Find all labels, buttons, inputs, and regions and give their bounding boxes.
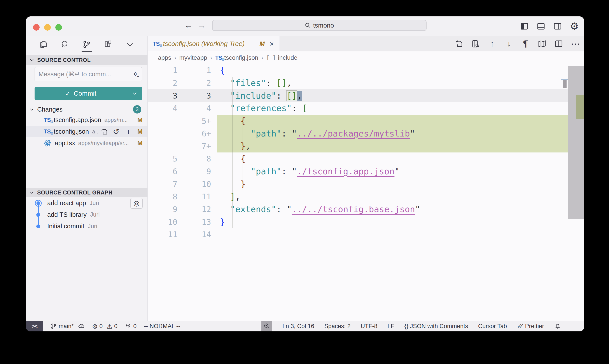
formatter-name: Prettier bbox=[525, 323, 544, 329]
encoding-indicator[interactable]: UTF-8 bbox=[361, 323, 377, 330]
breadcrumb-item[interactable]: myviteapp bbox=[179, 54, 207, 61]
discard-changes-icon[interactable]: ↺ bbox=[113, 127, 119, 136]
toggle-panel-icon[interactable] bbox=[536, 21, 546, 31]
warning-count: 0 bbox=[114, 323, 117, 330]
code-line-current[interactable]: 33 "include": [], bbox=[148, 89, 568, 102]
settings-gear-icon[interactable]: ⚙ bbox=[570, 21, 579, 31]
minimize-window-button[interactable] bbox=[44, 24, 51, 31]
maximize-window-button[interactable] bbox=[55, 24, 62, 31]
close-tab-icon[interactable]: × bbox=[268, 39, 275, 48]
sync-cloud-icon bbox=[78, 323, 85, 330]
tab-title: tsconfig.json (Working Tree) bbox=[163, 40, 256, 48]
file-name: tsconfig.json bbox=[54, 128, 89, 135]
code-line[interactable]: 44 "references": [ bbox=[148, 102, 568, 115]
ports-indicator[interactable]: 0 bbox=[125, 323, 137, 330]
remote-indicator[interactable]: >< bbox=[26, 321, 43, 331]
code-line-content: }, bbox=[217, 140, 568, 153]
more-actions-ellipsis-icon[interactable]: ⋯ bbox=[571, 39, 580, 48]
commit-dot-icon bbox=[35, 223, 42, 230]
original-line-number: 6 bbox=[148, 167, 182, 176]
code-line[interactable]: 710 } bbox=[148, 178, 568, 190]
breadcrumb-item[interactable]: apps bbox=[158, 54, 171, 61]
open-file-icon[interactable] bbox=[101, 128, 108, 135]
commit-dropdown-button[interactable] bbox=[127, 87, 142, 100]
previous-change-icon[interactable]: ↑ bbox=[488, 39, 497, 48]
modified-line-number: 3 bbox=[182, 91, 217, 100]
check-icon: ✓ bbox=[65, 90, 71, 97]
scm-file-row[interactable]: TS⚙tsconfig.jsona...↺＋M bbox=[26, 126, 147, 137]
toggle-secondary-sidebar-icon[interactable] bbox=[553, 21, 562, 31]
stage-changes-icon[interactable]: ＋ bbox=[124, 126, 132, 137]
scm-file-row[interactable]: app.tsxapps/myviteapp/sr...M bbox=[26, 137, 147, 149]
commit-row[interactable]: add react appJuri◎ bbox=[26, 197, 147, 209]
modified-line-number: 14 bbox=[182, 230, 217, 239]
code-line[interactable]: 7+ }, bbox=[148, 140, 568, 153]
desktop: ← → tsmono ⚙ bbox=[0, 0, 609, 364]
search-sidebar-icon[interactable] bbox=[60, 38, 70, 51]
open-changes-icon[interactable] bbox=[454, 39, 464, 48]
source-control-graph-header[interactable]: SOURCE CONTROL GRAPH bbox=[26, 188, 147, 197]
formatter-indicator[interactable]: ✓✓ Prettier bbox=[517, 323, 544, 330]
breadcrumb-item[interactable]: [ ]include bbox=[266, 54, 297, 61]
typescript-file-icon: TS⚙ bbox=[44, 128, 51, 135]
back-arrow-icon[interactable]: ← bbox=[183, 20, 194, 30]
render-whitespace-pilcrow-icon[interactable]: ¶ bbox=[521, 39, 530, 48]
problems-indicator[interactable]: ⊗ 0 ⚠ 0 bbox=[92, 323, 117, 330]
code-line[interactable]: 22 "files": [], bbox=[148, 77, 568, 90]
changes-section-header[interactable]: Changes 3 bbox=[26, 104, 147, 114]
scrollbar-thumb[interactable] bbox=[568, 66, 584, 219]
editor-scrollbar[interactable] bbox=[568, 64, 584, 321]
completion-indicator[interactable]: Cursor Tab bbox=[478, 323, 507, 330]
commit-row[interactable]: add TS libraryJuri bbox=[26, 209, 147, 221]
code-line[interactable]: 912 "extends": "../../tsconfig.base.json… bbox=[148, 203, 568, 216]
code-line-content: "include": [], bbox=[217, 89, 568, 102]
sparkle-ai-icon[interactable]: ✧✦ bbox=[132, 70, 138, 78]
branch-indicator[interactable]: main* bbox=[50, 323, 85, 330]
breadcrumb-item[interactable]: TS⚙tsconfig.json bbox=[215, 54, 258, 61]
checkout-target-icon[interactable]: ◎ bbox=[130, 198, 143, 209]
more-views-chevron-icon[interactable] bbox=[124, 38, 135, 51]
code-line[interactable]: 58 { bbox=[148, 153, 568, 165]
commit-row[interactable]: Initial commitJuri bbox=[26, 221, 147, 232]
commit-author: Juri bbox=[88, 223, 97, 230]
notifications-bell-icon[interactable] bbox=[554, 323, 561, 330]
split-editor-icon[interactable] bbox=[554, 39, 563, 48]
source-control-icon[interactable] bbox=[81, 38, 92, 51]
next-change-icon[interactable]: ↓ bbox=[504, 39, 513, 48]
status-bar: >< main* ⊗ 0 ⚠ 0 0 -- NORMAL -- Ln 3, bbox=[26, 321, 584, 331]
broadcast-antenna-icon bbox=[125, 323, 131, 329]
code-line[interactable]: 1114 bbox=[148, 228, 568, 241]
modified-status-badge: M bbox=[137, 116, 143, 124]
vim-mode-indicator[interactable]: -- NORMAL -- bbox=[144, 323, 180, 330]
diff-editor[interactable]: 11{22 "files": [],33 "include": [],44 "r… bbox=[148, 64, 584, 321]
code-line[interactable]: 69 "path": "./tsconfig.app.json" bbox=[148, 165, 568, 178]
toggle-primary-sidebar-icon[interactable] bbox=[519, 21, 529, 31]
explorer-icon[interactable] bbox=[38, 38, 49, 51]
source-control-section-header[interactable]: SOURCE CONTROL bbox=[26, 55, 147, 65]
tab-tsconfig-working-tree[interactable]: TS⚙ tsconfig.json (Working Tree) M × bbox=[148, 36, 280, 52]
minimap-toggle-map-icon[interactable] bbox=[537, 39, 547, 48]
minimap[interactable] bbox=[561, 64, 568, 321]
command-center-search[interactable]: tsmono bbox=[212, 20, 427, 31]
commit-message-input[interactable]: Message (⌘↵ to comm... ✧✦ bbox=[35, 67, 142, 81]
forward-arrow-icon[interactable]: → bbox=[196, 20, 207, 30]
code-line[interactable]: 5+ { bbox=[148, 115, 568, 127]
original-line-number: 1 bbox=[148, 66, 182, 75]
zoom-indicator[interactable] bbox=[261, 321, 272, 331]
breadcrumb-separator-icon: › bbox=[174, 54, 176, 61]
editor-toolbar: ↑ ↓ ¶ ⋯ bbox=[454, 36, 580, 52]
modified-line-number: 12 bbox=[182, 205, 217, 214]
code-line[interactable]: 6+ "path": "../../packages/mytslib" bbox=[148, 127, 568, 140]
scm-file-row[interactable]: TS⚙tsconfig.app.jsonapps/m...M bbox=[26, 114, 147, 126]
extensions-icon[interactable] bbox=[103, 38, 114, 51]
cursor-position[interactable]: Ln 3, Col 16 bbox=[282, 323, 314, 330]
code-line[interactable]: 1013} bbox=[148, 215, 568, 228]
inline-view-icon[interactable] bbox=[471, 39, 480, 48]
eol-indicator[interactable]: LF bbox=[388, 323, 394, 330]
indentation-indicator[interactable]: Spaces: 2 bbox=[324, 323, 351, 330]
commit-button[interactable]: ✓ Commit bbox=[35, 87, 142, 100]
code-line[interactable]: 811 ], bbox=[148, 190, 568, 203]
language-indicator[interactable]: {} JSON with Comments bbox=[404, 323, 468, 330]
close-window-button[interactable] bbox=[33, 24, 39, 31]
code-line[interactable]: 11{ bbox=[148, 64, 568, 77]
